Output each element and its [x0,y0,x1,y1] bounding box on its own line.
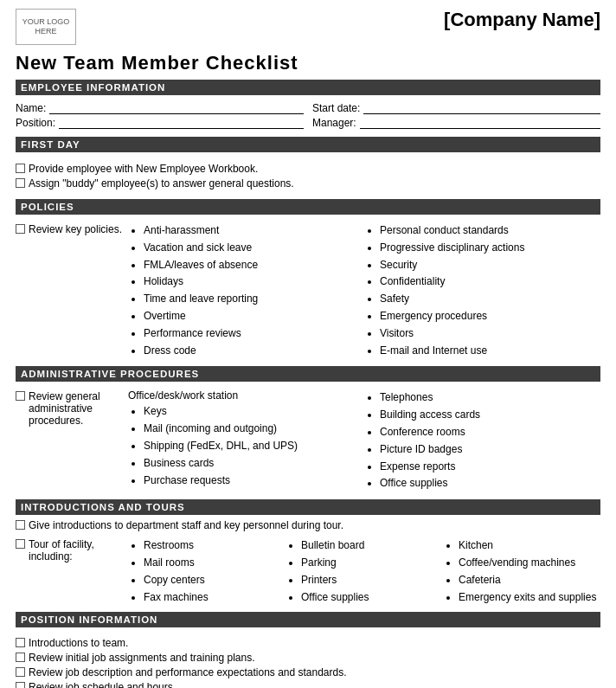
list-item: Safety [380,291,600,308]
admin-col2: Telephones Building access cards Confere… [364,389,600,492]
position-label-2: Review initial job assignments and train… [29,652,254,664]
admin-col1: Office/desk/work station Keys Mail (inco… [128,389,364,492]
list-item: Coffee/vending machines [459,555,600,572]
list-item: Dress code [144,343,364,360]
name-field: Name: [16,102,304,114]
list-item: Picture ID badges [380,441,600,459]
name-input[interactable] [49,102,304,114]
manager-input[interactable] [360,117,600,129]
position-item-3: Review job description and performance e… [16,666,600,678]
list-item: Conference rooms [380,424,600,441]
list-item: Keys [144,403,364,421]
tours-header: INTRODUCTIONS AND TOURS [16,499,600,515]
list-item: Expense reports [380,459,600,476]
list-item: Mail rooms [144,555,286,572]
first-day-label-2: Assign "buddy" employee(s) to answer gen… [29,177,294,190]
tour-row: Tour of facility, including: Restrooms M… [16,535,600,608]
employee-info-section: EMPLOYEE INFORMATION Name: Start date: P… [16,80,600,133]
list-item: FMLA/leaves of absence [144,257,364,274]
admin-cols: Office/desk/work station Keys Mail (inco… [128,389,600,492]
list-item: Personal conduct standards [380,222,600,240]
position-header: POSITION INFORMATION [16,612,600,627]
list-item: Security [380,257,600,274]
position-label-4: Review job schedule and hours. [29,681,176,688]
position-checkbox-2[interactable] [16,653,25,662]
policies-checkbox[interactable] [16,224,25,234]
doc-title: New Team Member Checklist [16,52,600,74]
tours-single-item: Give introductions to department staff a… [16,519,600,531]
tour-list1: Restrooms Mail rooms Copy centers Fax ma… [128,537,286,606]
position-section: POSITION INFORMATION Introductions to te… [16,612,600,688]
list-item: Performance reviews [144,325,364,343]
admin-list2: Telephones Building access cards Confere… [364,389,600,492]
first-day-section: FIRST DAY Provide employee with New Empl… [16,137,600,196]
manager-label: Manager: [312,117,356,129]
list-item: Confidentiality [380,273,600,291]
logo-box: YOUR LOGO HERE [16,9,76,45]
position-label-1: Introductions to team. [29,637,128,649]
tour-list2: Bulletin board Parking Printers Office s… [286,537,443,606]
list-item: Purchase requests [144,473,364,490]
admin-check-col: Review general administrative procedures… [16,389,128,492]
position-item-2: Review initial job assignments and train… [16,652,600,664]
list-item: Mail (incoming and outgoing) [144,421,364,438]
tour-list3: Kitchen Coffee/vending machines Cafeteri… [443,537,600,606]
list-item: Overtime [144,308,364,325]
list-item: Kitchen [459,537,600,555]
admin-col1-first: Office/desk/work station [128,389,364,402]
tour-col1: Restrooms Mail rooms Copy centers Fax ma… [128,537,286,606]
policies-list2: Personal conduct standards Progressive d… [364,222,600,359]
first-day-item-2: Assign "buddy" employee(s) to answer gen… [16,177,600,190]
position-item-1: Introductions to team. [16,637,600,649]
employee-info-grid: Name: Start date: Position: Manager: [16,100,600,133]
position-checkbox-1[interactable] [16,638,25,647]
position-checkbox-3[interactable] [16,667,25,677]
tours-checkbox-1[interactable] [16,520,25,530]
list-item: Cafeteria [459,572,600,589]
list-item: Telephones [380,389,600,407]
list-item: Fax machines [144,589,286,607]
list-item: Building access cards [380,407,600,424]
admin-checkbox[interactable] [16,391,25,401]
first-day-items: Provide employee with New Employee Workb… [16,157,600,196]
tour-checkbox-2[interactable] [16,539,25,549]
list-item: Holidays [144,273,364,291]
list-item: Restrooms [144,537,286,555]
checkbox-2[interactable] [16,178,25,188]
employee-info-header: EMPLOYEE INFORMATION [16,80,600,95]
list-item: Time and leave reporting [144,291,364,308]
list-item: Shipping (FedEx, DHL, and UPS) [144,438,364,455]
position-label: Position: [16,117,55,129]
position-checkbox-4[interactable] [16,682,25,688]
policies-check-label: Review key policies. [29,223,122,235]
list-item: Emergency exits and supplies [459,589,600,607]
admin-header: ADMINISTRATIVE PROCEDURES [16,366,600,382]
tour-check-label: Tour of facility, including: [29,538,128,563]
list-item: Progressive disciplinary actions [380,240,600,257]
tours-section: INTRODUCTIONS AND TOURS Give introductio… [16,499,600,608]
list-item: Emergency procedures [380,308,600,325]
first-day-label-1: Provide employee with New Employee Workb… [29,163,258,175]
checkbox-1[interactable] [16,164,25,173]
policies-section: POLICIES Review key policies. Anti-haras… [16,199,600,363]
policies-row: Review key policies. Anti-harassment Vac… [16,219,600,363]
tours-single-label: Give introductions to department staff a… [29,519,343,531]
admin-row: Review general administrative procedures… [16,386,600,496]
position-input[interactable] [59,117,304,129]
policies-check-col: Review key policies. [16,222,128,359]
first-day-item-1: Provide employee with New Employee Workb… [16,163,600,175]
policies-col1: Anti-harassment Vacation and sick leave … [128,222,364,359]
first-day-header: FIRST DAY [16,137,600,152]
list-item: Copy centers [144,572,286,589]
list-item: Visitors [380,325,600,343]
position-label-3: Review job description and performance e… [29,666,347,678]
list-item: Bulletin board [301,537,443,555]
logo-text: YOUR LOGO HERE [22,17,70,36]
header: YOUR LOGO HERE [Company Name] [16,9,600,45]
start-date-field: Start date: [312,102,600,114]
admin-section: ADMINISTRATIVE PROCEDURES Review general… [16,366,600,496]
start-date-input[interactable] [363,102,600,114]
admin-list1: Keys Mail (incoming and outgoing) Shippi… [128,403,364,489]
list-item: Parking [301,555,443,572]
tour-check-col: Tour of facility, including: [16,537,128,606]
